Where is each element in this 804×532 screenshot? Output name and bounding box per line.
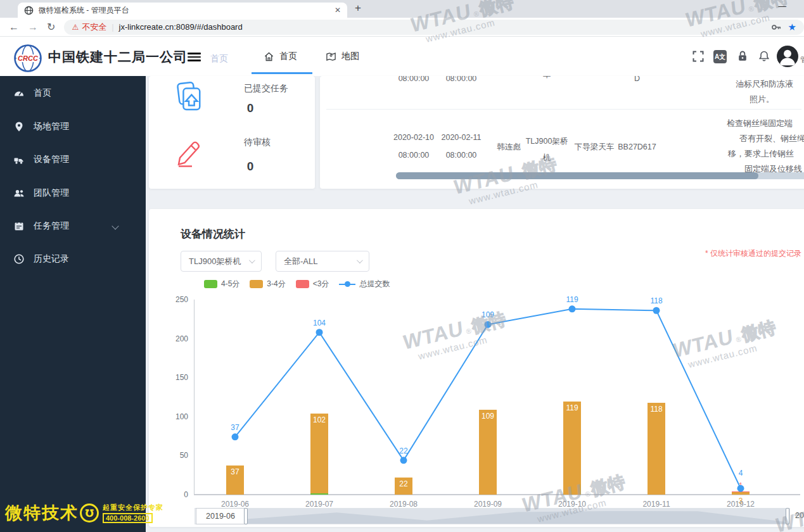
sidebar-item-task[interactable]: 任务管理 <box>0 213 146 239</box>
breadcrumb[interactable]: 首页 <box>210 53 228 65</box>
tab-close-icon[interactable]: ✕ <box>335 6 341 15</box>
home-icon <box>264 51 274 62</box>
line-value-label: 104 <box>313 319 326 327</box>
bookmark-star-icon[interactable]: ★ <box>788 22 796 33</box>
browser-tab[interactable]: 微特巡检系统 - 管理员平台 ✕ <box>18 3 347 18</box>
sidebar-item-team[interactable]: 团队管理 <box>0 180 146 206</box>
x-axis-label: 2019-11 <box>628 500 685 509</box>
legend-item-1[interactable]: 3-4分 <box>250 279 285 289</box>
nav-tab-home[interactable]: 首页 <box>264 51 297 62</box>
cell-end-time: 2020-02-11 <box>433 133 490 142</box>
x-axis-label: 2019-09 <box>459 500 516 509</box>
y-axis-tick-label: 250 <box>153 295 188 304</box>
y-axis-tick-label: 150 <box>153 373 188 382</box>
data-zoom-left-label: 2019-06 <box>196 508 245 524</box>
data-zoom-shadow <box>246 509 788 524</box>
nav-tab-map[interactable]: 地图 <box>326 51 359 62</box>
legend-label: <3分 <box>313 279 329 289</box>
reload-icon[interactable]: ↻ <box>47 21 55 33</box>
cell-description-line: 照片。 <box>750 95 774 104</box>
legend-line-dot <box>345 281 350 287</box>
stat-label: 已提交任务 <box>244 83 315 94</box>
scope-select[interactable]: 全部-ALL <box>276 251 369 272</box>
horizontal-scrollbar[interactable] <box>396 172 804 179</box>
hook-ring-icon: ℧ <box>80 504 99 522</box>
cell-device-type: TLJ900架桥机 <box>525 133 569 166</box>
favicon-globe-icon <box>24 6 34 15</box>
active-nav-underline <box>252 72 312 74</box>
dashboard-icon <box>13 87 25 99</box>
security-warning-icon[interactable]: ⚠ <box>72 23 79 32</box>
tab-title: 微特巡检系统 - 管理员平台 <box>39 5 329 16</box>
x-axis-label: 2019-10 <box>544 500 601 509</box>
cell-end-time: 08:00:00 <box>433 76 490 83</box>
line-value-label: 109 <box>482 310 494 319</box>
sidebar-item-label: 团队管理 <box>34 187 69 199</box>
sidebar-item-device[interactable]: 设备管理 <box>0 147 146 172</box>
line-value-label: 37 <box>231 423 239 432</box>
line-point <box>400 457 407 464</box>
data-zoom-left-handle[interactable] <box>244 508 248 524</box>
legend-item-2[interactable]: <3分 <box>296 279 329 289</box>
device-type-select[interactable]: TLJ900架桥机 <box>181 251 262 272</box>
stat-value: 0 <box>219 160 282 174</box>
x-axis-label: 2019-12 <box>712 500 769 509</box>
crcc-logo: CRCC <box>13 44 42 73</box>
submit-pages-icon <box>175 81 203 115</box>
cell-device-type: 车 <box>525 76 569 79</box>
legend-item-3[interactable]: 总提交数 <box>339 279 390 289</box>
data-zoom-right-handle[interactable] <box>786 508 789 524</box>
chevron-down-icon <box>249 257 255 263</box>
sidebar-item-history[interactable]: 历史记录 <box>0 246 146 272</box>
url-text[interactable]: jx-linkcreate.cn:8089/#/dashboard <box>119 22 767 32</box>
line-value-label: 119 <box>566 295 578 304</box>
new-tab-button[interactable]: + <box>355 2 361 15</box>
stat-value: 0 <box>219 101 282 115</box>
fullscreen-icon[interactable] <box>692 50 705 65</box>
data-zoom-selected-range[interactable] <box>246 509 788 524</box>
chevron-down-icon <box>112 222 118 229</box>
url-separator: | <box>112 22 113 32</box>
sidebar-item-home[interactable]: 首页 <box>0 80 146 106</box>
sidebar-item-site[interactable]: 场地管理 <box>0 114 146 139</box>
x-axis-label: 2019-07 <box>291 500 348 509</box>
back-icon[interactable]: ← <box>9 22 19 33</box>
legend-item-0[interactable]: 4-5分 <box>204 279 239 289</box>
device-type-select-value: TLJ900架桥机 <box>189 256 241 267</box>
task-icon <box>13 220 25 232</box>
forward-icon[interactable]: → <box>28 22 38 33</box>
nav-home-label: 首页 <box>279 51 297 62</box>
stat-label: 待审核 <box>244 137 315 148</box>
horizontal-scrollbar-thumb[interactable] <box>396 172 758 179</box>
x-axis-label: 2019-06 <box>207 500 264 509</box>
legend-label: 总提交数 <box>359 279 390 289</box>
notification-bell-icon[interactable] <box>758 50 770 65</box>
cell-description-line: 油标尺和防冻液 <box>736 80 793 89</box>
line-point <box>485 321 492 328</box>
svg-text:CRCC: CRCC <box>18 54 39 62</box>
cell-end-time: 08:00:00 <box>433 151 490 160</box>
translate-icon[interactable]: A文 <box>713 50 727 63</box>
password-key-icon[interactable] <box>770 22 782 33</box>
hamburger-menu-icon[interactable] <box>188 53 201 61</box>
map-icon <box>326 51 336 62</box>
data-zoom-slider[interactable] <box>195 508 790 524</box>
browser-window: 微特巡检系统 - 管理员平台 ✕ + — ← → ↻ ⚠ 不安全 | jx-li… <box>0 0 804 532</box>
username-partial: 管 <box>800 54 804 65</box>
cell-device-code: BB27D617 <box>604 142 670 151</box>
y-axis-tick-label: 50 <box>153 451 188 460</box>
address-omnibox[interactable]: ⚠ 不安全 | jx-linkcreate.cn:8089/#/dashboar… <box>64 20 804 35</box>
security-warning-label[interactable]: 不安全 <box>82 22 106 33</box>
browser-tab-strip: 微特巡检系统 - 管理员平台 ✕ + — <box>0 0 804 18</box>
line-value-label: 118 <box>650 296 662 305</box>
lock-icon[interactable] <box>736 50 749 65</box>
window-minimize-button[interactable]: — <box>778 1 786 11</box>
row-divider <box>326 109 801 110</box>
device-statistics-card: 设备情况统计 TLJ900架桥机 全部-ALL * 仅统计审核通过的提交记录 4… <box>149 209 804 527</box>
y-axis-tick-label: 100 <box>153 412 188 421</box>
cell-device-code: D <box>604 76 670 83</box>
line-point <box>737 485 744 492</box>
x-axis-label: 2019-08 <box>375 500 432 509</box>
user-avatar[interactable] <box>777 46 798 67</box>
history-icon <box>13 253 25 265</box>
